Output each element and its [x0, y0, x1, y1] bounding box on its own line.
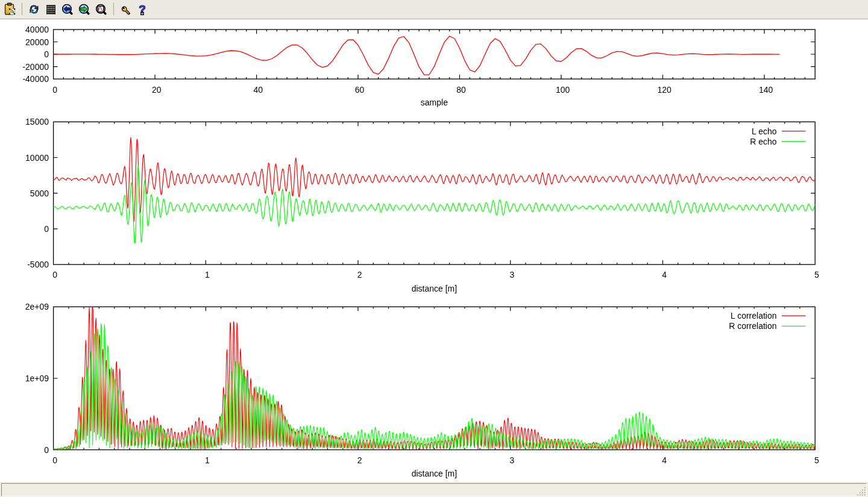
svg-text:3: 3: [510, 270, 515, 280]
svg-text:distance [m]: distance [m]: [412, 284, 457, 293]
svg-text:-5000: -5000: [27, 260, 49, 269]
svg-text:15000: 15000: [25, 117, 49, 127]
svg-text:20000: 20000: [25, 37, 49, 47]
svg-text:R correlation: R correlation: [729, 321, 776, 331]
svg-text:-20000: -20000: [22, 62, 49, 72]
svg-text:60: 60: [355, 85, 365, 95]
svg-text:10000: 10000: [25, 153, 49, 163]
svg-text:4: 4: [662, 270, 667, 280]
svg-text:0: 0: [52, 455, 57, 465]
svg-text:0: 0: [44, 445, 49, 455]
svg-text:2e+09: 2e+09: [25, 302, 49, 311]
svg-text:distance [m]: distance [m]: [412, 469, 457, 478]
svg-text:1: 1: [205, 270, 210, 280]
svg-text:80: 80: [456, 85, 466, 95]
svg-text:-40000: -40000: [22, 74, 49, 84]
svg-text:1e+09: 1e+09: [25, 374, 49, 383]
svg-text:sample: sample: [421, 98, 448, 107]
svg-text:3: 3: [510, 455, 515, 465]
svg-text:2: 2: [357, 455, 362, 465]
svg-text:5000: 5000: [30, 189, 49, 198]
svg-text:L correlation: L correlation: [731, 311, 777, 320]
svg-text:0: 0: [52, 85, 57, 95]
svg-text:0: 0: [44, 224, 49, 234]
svg-text:R echo: R echo: [750, 137, 777, 146]
svg-text:1: 1: [205, 455, 210, 465]
svg-text:L echo: L echo: [752, 127, 777, 136]
svg-text:40000: 40000: [25, 25, 49, 34]
svg-text:5: 5: [814, 270, 819, 280]
svg-text:20: 20: [152, 85, 162, 95]
svg-text:0: 0: [52, 270, 57, 280]
svg-text:2: 2: [357, 270, 362, 280]
svg-text:5: 5: [814, 455, 819, 465]
svg-text:120: 120: [657, 85, 671, 95]
svg-text:0: 0: [44, 49, 49, 59]
svg-text:140: 140: [759, 85, 773, 95]
svg-text:4: 4: [662, 455, 667, 465]
svg-text:100: 100: [556, 85, 570, 95]
svg-text:40: 40: [253, 85, 263, 95]
